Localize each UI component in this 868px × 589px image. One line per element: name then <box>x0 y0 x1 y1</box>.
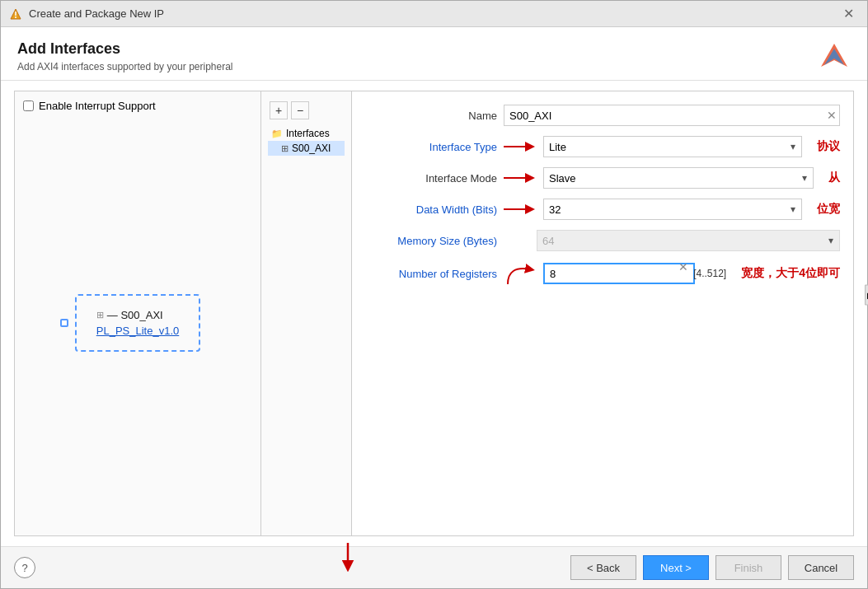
finish-button[interactable]: Finish <box>716 555 781 580</box>
app-icon <box>9 7 22 21</box>
help-button[interactable]: ? <box>14 557 35 578</box>
cancel-button[interactable]: Cancel <box>788 555 854 580</box>
interface-mode-select[interactable]: Slave Master <box>543 167 814 189</box>
memory-size-label: Memory Size (Bytes) <box>365 235 497 247</box>
interface-mode-label: Interface Mode <box>365 172 497 185</box>
enable-interrupt-checkbox[interactable] <box>23 101 34 111</box>
interface-type-select-wrap: Lite Full Stream ▾ <box>543 136 802 157</box>
remove-interface-button[interactable]: − <box>291 101 309 119</box>
main-content: Enable Interrupt Support ⊞ — S00_AXI PL_… <box>1 81 867 546</box>
footer-left: ? <box>14 557 35 578</box>
dialog-title: Create and Package New IP <box>29 7 164 20</box>
interface-type-label: Interface Type <box>365 141 497 153</box>
data-width-arrow <box>504 201 537 217</box>
close-button[interactable]: ✕ <box>838 6 859 22</box>
interface-type-annotation: 协议 <box>817 139 840 154</box>
footer-buttons: < Back Next > Finish Cancel <box>570 555 854 580</box>
num-registers-annotation: 宽度，大于4位即可 <box>741 266 840 281</box>
num-registers-input-wrap: ✕ [4..512] <box>543 263 726 284</box>
title-bar: Create and Package New IP ✕ <box>1 1 867 27</box>
page-title: Add Interfaces <box>17 40 233 58</box>
interface-mode-select-wrap: Slave Master ▾ <box>543 167 814 189</box>
num-registers-row: Number of Registers ✕ [4..512] 宽度，大于4位即可 <box>365 261 840 286</box>
dialog: Create and Package New IP ✕ Add Interfac… <box>0 0 868 589</box>
folder-icon: 📁 <box>271 129 283 139</box>
interrupt-checkbox-label: Enable Interrupt Support <box>39 100 156 112</box>
num-registers-input[interactable] <box>543 263 695 284</box>
data-width-select-wrap: 32 64 128 256 512 1024 ▾ <box>543 199 802 220</box>
footer: ? < Back Next > Finish Cancel <box>1 546 867 588</box>
ip-interface-label: ⊞ — S00_AXI <box>96 309 179 321</box>
name-clear-button[interactable]: ✕ <box>827 109 837 122</box>
memory-size-select[interactable]: 64 128 256 512 <box>537 230 840 251</box>
interface-mode-arrow <box>504 170 537 186</box>
name-label: Name <box>365 110 497 122</box>
left-panel: Enable Interrupt Support ⊞ — S00_AXI PL_… <box>14 91 261 536</box>
interrupt-checkbox-row[interactable]: Enable Interrupt Support <box>23 100 252 112</box>
interface-tree: 📁 Interfaces ⊞ S00_AXI <box>265 123 348 159</box>
page-subtitle: Add AXI4 interfaces supported by your pe… <box>17 61 233 72</box>
num-registers-arrow <box>504 261 537 286</box>
next-arrow-annotation <box>331 543 364 572</box>
name-input[interactable] <box>504 105 840 126</box>
vivado-logo <box>818 40 851 73</box>
svg-point-2 <box>15 16 16 18</box>
name-field-row: Name ✕ <box>365 105 840 126</box>
toolbar: + − <box>265 98 348 123</box>
add-interface-button[interactable]: + <box>270 101 288 119</box>
data-width-annotation: 位宽 <box>817 202 840 217</box>
memory-size-row: Memory Size (Bytes) 64 128 256 512 ▾ <box>365 230 840 251</box>
next-button[interactable]: Next > <box>643 555 709 580</box>
tree-item-s00axi[interactable]: ⊞ S00_AXI <box>268 141 345 156</box>
ip-block: ⊞ — S00_AXI PL_PS_Lite_v1.0 <box>75 294 200 352</box>
memory-size-select-wrap: 64 128 256 512 ▾ <box>537 230 840 251</box>
interface-mode-row: Interface Mode Slave Master ▾ 从 <box>365 167 840 189</box>
interface-type-arrow <box>504 138 537 155</box>
interface-icon: ⊞ <box>281 143 289 154</box>
name-input-wrap: ✕ <box>504 105 840 126</box>
header: Add Interfaces Add AXI4 interfaces suppo… <box>1 27 867 81</box>
interface-type-row: Interface Type Lite Full Stream ▾ 协议 <box>365 136 840 157</box>
num-registers-label: Number of Registers <box>365 268 497 280</box>
tree-item-interfaces[interactable]: 📁 Interfaces <box>268 126 345 141</box>
back-button[interactable]: < Back <box>570 555 636 580</box>
collapse-right-arrow[interactable]: ▶ <box>865 284 867 305</box>
interface-mode-annotation: 从 <box>828 171 840 185</box>
data-width-label: Data Width (Bits) <box>365 203 497 216</box>
interface-type-select[interactable]: Lite Full Stream <box>543 136 802 157</box>
data-width-select[interactable]: 32 64 128 256 512 1024 <box>543 199 802 220</box>
right-panel: Name ✕ Interface Type Lite Full <box>352 91 854 536</box>
data-width-row: Data Width (Bits) 32 64 128 256 512 1024 <box>365 199 840 220</box>
num-registers-clear-button[interactable]: ✕ <box>678 260 688 273</box>
ip-canvas: ⊞ — S00_AXI PL_PS_Lite_v1.0 <box>23 119 252 527</box>
ip-subname[interactable]: PL_PS_Lite_v1.0 <box>96 325 179 337</box>
middle-panel: + − 📁 Interfaces ⊞ S00_AXI ▶ <box>261 91 352 536</box>
num-registers-range: [4..512] <box>693 268 726 279</box>
